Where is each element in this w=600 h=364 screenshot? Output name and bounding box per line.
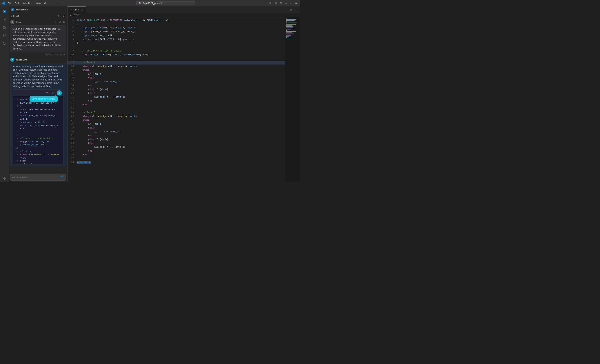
menu-selection[interactable]: Selection <box>21 2 34 5</box>
tab-label: ram.v <box>73 9 79 11</box>
code-line: 15 if (~we_a) <box>15 163 61 164</box>
svg-rect-17 <box>47 92 48 94</box>
tab-ram-v[interactable]: ⬡ ram.v ✕ <box>67 6 86 13</box>
minimap <box>285 17 300 182</box>
editor-line: 1 module dual_port_ram #(parameter DATA_… <box>67 18 285 22</box>
editor-line: 28 if (~we_b) <box>67 122 285 126</box>
clear-chat-button[interactable]: 🗑 <box>57 14 61 18</box>
chat-section: ▾ CHAT 🗑 ⚙ <box>9 13 67 182</box>
activity-bar: R <box>0 6 9 182</box>
split-editor-button[interactable]: ⊞ <box>273 1 278 5</box>
editor-line: 31 end <box>67 134 285 138</box>
code-line: 5 input we_a, we_b, clk, <box>15 121 61 124</box>
maximize-button[interactable]: □ <box>289 1 293 5</box>
ai-author: RapidGPT <box>15 58 27 61</box>
editor-line: 17 q_a <= ram[addr_a]; <box>67 80 285 84</box>
panel-toggle-button[interactable]: ⊟ <box>268 1 273 5</box>
svg-point-9 <box>3 36 4 37</box>
activity-run-icon[interactable] <box>1 40 8 47</box>
delete-message-button[interactable]: 🗑 <box>62 20 66 24</box>
editor-line: 12 // Port A <box>67 61 285 64</box>
editor-line: 30 q_b <= ram[addr_b]; <box>67 130 285 134</box>
edit-message-button[interactable]: ✏ <box>54 20 57 24</box>
chat-input[interactable] <box>12 176 58 178</box>
menu-more[interactable]: ... <box>49 2 54 5</box>
chat-input-area <box>9 172 67 182</box>
title-bar-controls: ⊟ ⊞ ⊡ ─ □ ✕ <box>268 1 299 5</box>
ai-message-header: R RapidGPT <box>10 58 66 62</box>
menu-go[interactable]: Go <box>43 2 49 5</box>
tab-bar-actions: ⊞ ⋯ <box>289 7 300 12</box>
svg-marker-11 <box>3 42 6 46</box>
svg-rect-13 <box>5 177 6 178</box>
minimap-content <box>285 17 300 39</box>
sidebar-header: R RAPIDGPT ⋯ <box>9 6 67 13</box>
activity-rapidgpt-icon[interactable]: R <box>1 8 8 15</box>
nav-forward-button[interactable]: › <box>60 1 64 5</box>
svg-point-8 <box>3 34 4 35</box>
tab-bar: ⬡ ram.v ✕ ⊞ ⋯ <box>67 6 300 13</box>
more-actions-button[interactable]: ⋯ <box>294 7 299 12</box>
editor-line: 37 <box>67 157 285 161</box>
code-editor[interactable]: 1 module dual_port_ram #(parameter DATA_… <box>67 17 285 182</box>
editor-line: 2 ( <box>67 22 285 26</box>
editor-line: 5 input we_a, we_b, clk, <box>67 34 285 37</box>
save-tooltip: Save code as new file <box>29 96 58 102</box>
menu-view[interactable]: View <box>34 2 42 5</box>
save-as-new-file-button[interactable] <box>57 90 62 95</box>
main-layout: R <box>0 6 300 182</box>
chat-send-button[interactable] <box>59 175 64 179</box>
user-author: User <box>15 21 21 23</box>
sidebar-more-button[interactable]: ⋯ <box>61 8 65 11</box>
menu-edit[interactable]: Edit <box>13 2 20 5</box>
close-button[interactable]: ✕ <box>294 1 299 5</box>
search-box[interactable]: 🔍 RapidGPT_project <box>136 1 195 5</box>
editor-line: 29 begin <box>67 126 285 130</box>
rapidgpt-sidebar-logo: R <box>11 8 14 11</box>
title-bar-search: 🔍 RapidGPT_project <box>65 1 266 5</box>
code-line: 7); <box>15 130 61 134</box>
editor-line: 8 <box>67 45 285 49</box>
code-line: 10 reg [DATA_WIDTH-1:0] ram [(1<<ADDR_WI… <box>15 140 61 147</box>
chat-label: CHAT <box>13 15 19 17</box>
editor-line: 14 begin <box>67 68 285 72</box>
code-line: 14 begin <box>15 159 61 163</box>
editor-line: 24 <box>67 107 285 111</box>
search-icon: 🔍 <box>139 2 141 5</box>
code-line: 8 <box>15 134 61 137</box>
activity-explorer-icon[interactable] <box>1 16 8 23</box>
chat-messages[interactable]: User ✏ ↺ 🗑 Design a Verilog module for a… <box>9 19 67 172</box>
settings-chat-button[interactable]: ⚙ <box>62 14 65 18</box>
ai-message-container: R RapidGPT Sure, I can design a Verilog … <box>10 58 66 166</box>
editor-line: 9 // Declare the RAM variable <box>67 49 285 53</box>
svg-rect-14 <box>3 179 4 180</box>
activity-source-control-icon[interactable] <box>1 32 8 39</box>
editor-line: 34 ram[addr_b] <= data_b; <box>67 145 285 149</box>
editor-line: 32 else if (we_b) <box>67 138 285 142</box>
editor-line: 20 begin <box>67 91 285 95</box>
expand-code-button[interactable] <box>51 91 56 95</box>
code-block-toolbar: Save code as new file <box>13 90 63 96</box>
user-message-header: User ✏ ↺ 🗑 <box>10 20 66 24</box>
activity-extensions-icon[interactable] <box>1 175 8 182</box>
editor-line: 6 output reg [DATA_WIDTH-1:0] q_a, q_b <box>67 37 285 41</box>
editor-line: 25 // Port B <box>67 111 285 115</box>
minimize-button[interactable]: ─ <box>284 1 289 5</box>
split-editor-right-button[interactable]: ⊞ <box>289 7 293 12</box>
svg-rect-15 <box>5 179 6 180</box>
nav-back-button[interactable]: ‹ <box>56 1 59 5</box>
tab-close-button[interactable]: ✕ <box>81 9 84 11</box>
chat-header[interactable]: ▾ CHAT 🗑 ⚙ <box>9 13 67 19</box>
copy-code-button[interactable] <box>45 91 50 95</box>
regenerate-button[interactable]: ↺ <box>58 20 61 24</box>
layout-button[interactable]: ⊡ <box>279 1 283 5</box>
editor-line: 27 begin <box>67 118 285 122</box>
menu-file[interactable]: File <box>6 2 13 5</box>
activity-search-icon[interactable] <box>1 24 8 31</box>
user-avatar <box>10 20 14 24</box>
chat-chevron-icon: ▾ <box>11 15 12 17</box>
editor-line: 35 end <box>67 149 285 153</box>
editor-breadcrumb: ⬡ ram.v <box>67 13 300 17</box>
user-message-text: Design a Verilog module for a dual port … <box>13 28 61 50</box>
svg-line-7 <box>5 28 6 29</box>
